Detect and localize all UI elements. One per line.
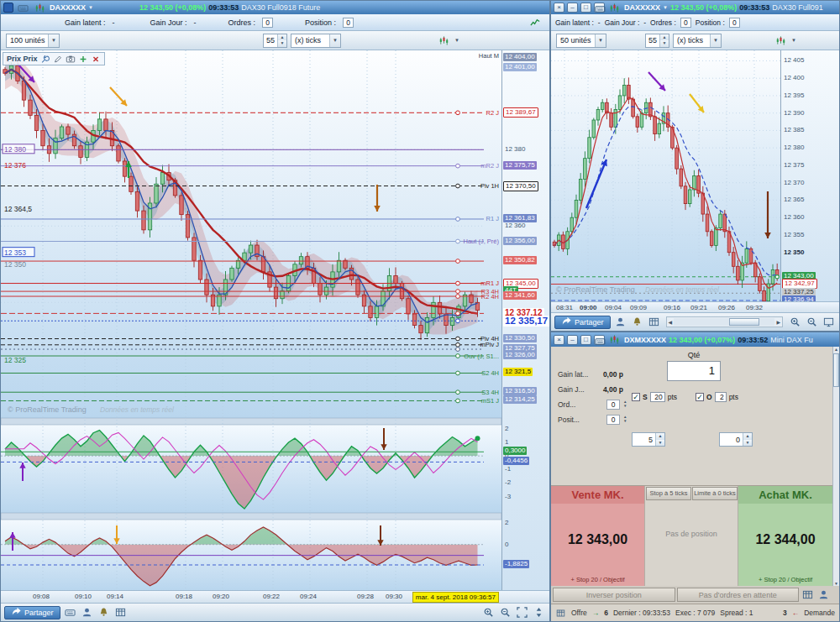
pending-orders-button[interactable]: Pas d'ordres en attente (677, 588, 800, 602)
ticket-row-label: Posit... (558, 416, 580, 424)
chevron-down-icon[interactable]: ▼ (48, 34, 59, 47)
zoom-chart-plot[interactable]: © ProRealTime TradingDonnées en temps ré… (551, 50, 780, 301)
left-price-chart[interactable]: 12 38012 37612 364,512 35312 35012 325R2… (1, 50, 501, 590)
symbol-dropdown-caret[interactable]: ▼ (88, 5, 93, 10)
price-pane-tab[interactable]: Prix Prix (3, 52, 105, 65)
add-icon[interactable] (78, 54, 88, 64)
stop-toggle-group[interactable]: ✓ S 20 pts (632, 392, 677, 402)
zoom-out-icon[interactable] (498, 606, 512, 619)
chevron-down-icon[interactable]: ▼ (329, 34, 340, 47)
objective-toggle-group[interactable]: ✓ O 2 pts (696, 392, 738, 402)
minimize-icon[interactable]: – (567, 335, 578, 345)
left-time-axis[interactable]: mar. 4 sept. 2018 09:36:57 09:0809:1009:… (1, 590, 549, 603)
zoom-in-icon[interactable] (788, 316, 802, 329)
objective-distance-input[interactable]: 2 (715, 392, 727, 402)
spinner-arrows-icon[interactable]: ▲▼ (659, 34, 669, 47)
tick-count-spinner[interactable]: 55▲▼ (263, 34, 287, 48)
user-icon[interactable] (816, 588, 831, 601)
mini-chart-icon[interactable] (528, 16, 543, 29)
chart-type-icon[interactable] (437, 34, 451, 47)
fullscreen-icon[interactable] (515, 606, 529, 619)
keyboard-icon[interactable] (594, 335, 605, 345)
scrollbar-thumb[interactable] (833, 353, 839, 387)
right-time-axis[interactable]: 08:3109:0009:0409:0909:1609:2109:2609:32 (551, 301, 839, 312)
quantity-input[interactable]: 1 (667, 361, 721, 381)
limit-order-button[interactable]: Limite à 0 ticks (692, 487, 738, 500)
left-price-axis[interactable]: 12 38012 36012 404,0012 401,0012 389,671… (501, 50, 549, 590)
spinner-arrows-icon[interactable]: ▲▼ (277, 34, 286, 47)
camera-icon[interactable] (66, 54, 76, 64)
chevron-down-icon[interactable]: ▼ (595, 34, 606, 47)
scale-arrows-icon[interactable] (532, 606, 546, 619)
zoom-in-icon[interactable] (481, 606, 496, 619)
stop-checkbox[interactable]: ✓ (632, 393, 640, 401)
ticket-row-value[interactable]: 0 (606, 415, 620, 425)
stop-order-button[interactable]: Stop à 5 ticks (646, 487, 691, 500)
timeframe-select[interactable]: (x) ticks▼ (291, 34, 341, 48)
symbol-name[interactable]: DAXXXXX (50, 3, 86, 12)
right-price-axis[interactable]: 12 40512 40012 39512 39012 38512 38012 3… (780, 50, 839, 301)
minimize-icon[interactable]: – (567, 3, 578, 13)
timeframe-select[interactable]: (x) ticks▼ (673, 34, 722, 48)
buy-market-button[interactable]: Achat MK. (738, 486, 832, 504)
symbol-name[interactable]: DAXXXXX (624, 3, 660, 12)
tick-count-spinner[interactable]: 55▲▼ (645, 34, 669, 48)
user-icon[interactable] (613, 316, 627, 329)
sell-market-panel[interactable]: Vente MK. 12 343,00 + Stop 20 / Objectif (551, 486, 645, 586)
spinner-arrows-icon[interactable]: ▲▼ (743, 433, 752, 446)
chart-type-icon[interactable] (774, 34, 788, 47)
zoom-out-icon[interactable] (805, 316, 819, 329)
order-ticket-titlebar[interactable]: × – □ DXMXXXXX 12 343,00 (+0,07%) 09:33:… (551, 332, 839, 347)
keyboard-icon[interactable] (16, 1, 30, 14)
gain-latent-value: - (598, 18, 601, 27)
horizontal-scrollbar[interactable]: ◀▶ (666, 316, 783, 327)
chevron-down-icon[interactable]: ▼ (710, 34, 721, 47)
objective-checkbox[interactable]: ✓ (696, 393, 704, 401)
keyboard-icon[interactable] (594, 3, 605, 13)
alert-bell-icon[interactable] (97, 606, 111, 619)
scrollbar-thumb[interactable] (729, 318, 759, 326)
keyboard-icon[interactable] (63, 606, 77, 619)
price-axis-label: 12 350,82 (503, 256, 537, 264)
share-button[interactable]: Partager (554, 316, 611, 329)
value-stepper[interactable]: ▲▼ (623, 415, 627, 423)
chevron-down-icon[interactable]: ▼ (791, 38, 796, 43)
price-chart-plot[interactable]: Prix Prix 12 38012 37612 364,512 35312 3… (1, 50, 501, 590)
close-icon[interactable]: × (554, 335, 564, 345)
chevron-down-icon[interactable]: ▼ (454, 38, 459, 43)
maximize-icon[interactable]: □ (580, 3, 591, 13)
stop-distance-input[interactable]: 20 (650, 392, 665, 402)
zoom-chart-titlebar[interactable]: × – □ DAXXXXX ▼ 12 343,50 (+0,08%) 09:33… (551, 1, 839, 14)
limit-ticks-spinner[interactable]: 0▲▼ (719, 432, 753, 447)
chart-area: Prix Prix 12 38012 37612 364,512 35312 3… (1, 50, 549, 590)
close-icon[interactable]: × (554, 3, 564, 13)
ticket-row-value[interactable]: 0 (606, 400, 620, 410)
grid-icon[interactable] (647, 316, 661, 329)
zoom-price-chart[interactable]: © ProRealTime TradingDonnées en temps ré… (551, 50, 780, 301)
grid-icon[interactable] (801, 588, 815, 601)
units-select[interactable]: 100 unités▼ (6, 34, 60, 48)
user-icon[interactable] (80, 606, 94, 619)
demande-label: Demande (804, 609, 835, 617)
close-icon[interactable] (91, 54, 101, 64)
symbol-dropdown-caret[interactable]: ▼ (663, 5, 668, 10)
wrench-icon[interactable] (40, 54, 50, 64)
sell-market-button[interactable]: Vente MK. (551, 486, 644, 504)
time-axis-label: 09:04 (605, 304, 622, 311)
reverse-position-button[interactable]: Inverser position (553, 588, 675, 602)
vertical-scrollbar[interactable]: ▲▼ (832, 347, 839, 586)
spinner-arrows-icon[interactable]: ▲▼ (655, 433, 664, 446)
units-select[interactable]: 50 unités▼ (556, 34, 606, 48)
pencil-icon[interactable] (53, 54, 63, 64)
value-stepper[interactable]: ▲▼ (623, 400, 627, 408)
maximize-icon[interactable]: □ (580, 335, 591, 345)
symbol-name[interactable]: DXMXXXXX (624, 336, 666, 344)
main-chart-titlebar[interactable]: DAXXXXX ▼ 12 343,50 (+0,08%) 09:33:53 DA… (1, 1, 549, 14)
stop-ticks-spinner[interactable]: 5▲▼ (632, 432, 665, 447)
buy-market-panel[interactable]: Achat MK. 12 344,00 + Stop 20 / Objectif (738, 486, 832, 586)
fullscreen-icon[interactable] (822, 316, 836, 329)
alert-bell-icon[interactable] (630, 316, 644, 329)
depth-icon[interactable] (555, 606, 566, 619)
grid-icon[interactable] (113, 606, 128, 619)
share-button[interactable]: Partager (4, 606, 60, 619)
